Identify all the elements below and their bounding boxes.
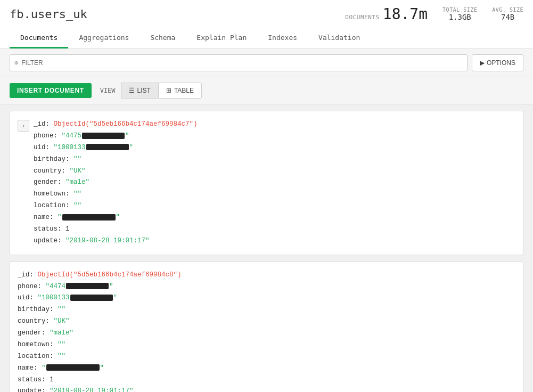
tabs: Documents Aggregations Schema Explain Pl…: [10, 28, 523, 48]
document-content: _id: ObjectId("5d5eb166b4c174aef69984c7"…: [34, 119, 198, 247]
list-icon: ☰: [129, 87, 135, 94]
field-country: country: "UK": [18, 316, 182, 328]
field-status: status: 1: [18, 374, 182, 386]
list-view-button[interactable]: ☰ LIST: [121, 83, 158, 99]
tab-aggregations[interactable]: Aggregations: [68, 28, 140, 48]
documents-value: 18.7m: [383, 5, 428, 23]
field-birthday: birthday: "": [18, 304, 182, 316]
chevron-right-icon: ▶: [480, 59, 485, 67]
table-view-button[interactable]: ⊞ TABLE: [158, 83, 202, 99]
header-stats: DOCUMENTS 18.7m TOTAL SIZE 1.3GB AVG. SI…: [345, 5, 523, 23]
field-id: _id: ObjectId("5d5eb166b4c174aef69984c7"…: [34, 119, 198, 130]
tab-validation[interactable]: Validation: [308, 28, 371, 48]
field-name: name: "": [18, 363, 182, 374]
avg-size-label: AVG. SIZE: [492, 7, 523, 13]
tab-indexes[interactable]: Indexes: [257, 28, 308, 48]
field-name: name: "": [34, 212, 198, 224]
field-status: status: 1: [34, 224, 198, 235]
field-location: location: "": [34, 200, 198, 212]
options-button[interactable]: ▶ OPTIONS: [472, 54, 523, 71]
filter-bar: ⊕ FILTER: [10, 54, 468, 71]
avg-size-stat: AVG. SIZE 74B: [492, 7, 523, 21]
filter-input[interactable]: [46, 59, 463, 67]
total-size-label: TOTAL SIZE: [442, 7, 477, 13]
field-gender: gender: "male": [34, 177, 198, 189]
total-size-stat: TOTAL SIZE 1.3GB: [442, 7, 477, 21]
app-container: fb.users_uk DOCUMENTS 18.7m TOTAL SIZE 1…: [0, 0, 533, 392]
tab-explain-plan[interactable]: Explain Plan: [186, 28, 257, 48]
documents-stat: DOCUMENTS 18.7m: [345, 5, 428, 23]
document-row: _id: ObjectId("5d5eb166b4c174aef69984c8"…: [18, 270, 514, 392]
field-uid: uid: "1000133": [34, 142, 198, 154]
document-card: _id: ObjectId("5d5eb166b4c174aef69984c8"…: [10, 262, 523, 392]
documents-label: DOCUMENTS: [345, 14, 380, 21]
field-hometown: hometown: "": [18, 339, 182, 351]
field-id: _id: ObjectId("5d5eb166b4c174aef69984c8"…: [18, 270, 182, 281]
insert-document-button[interactable]: INSERT DOCUMENT: [10, 83, 92, 98]
filter-toolbar: ⊕ FILTER ▶ OPTIONS: [0, 49, 533, 77]
field-country: country: "UK": [34, 166, 198, 177]
field-update: update: "2019-08-28 19:01:17": [18, 386, 182, 392]
view-toggle: ☰ LIST ⊞ TABLE: [121, 83, 202, 99]
avg-size-value: 74B: [492, 13, 523, 21]
documents-area: › _id: ObjectId("5d5eb166b4c174aef69984c…: [0, 104, 533, 392]
field-phone: phone: "4475": [34, 130, 198, 142]
tab-schema[interactable]: Schema: [140, 28, 186, 48]
options-label: OPTIONS: [487, 59, 515, 67]
field-location: location: "": [18, 351, 182, 363]
db-title: fb.users_uk: [10, 7, 87, 21]
document-row: › _id: ObjectId("5d5eb166b4c174aef69984c…: [18, 119, 514, 247]
field-phone: phone: "4474": [18, 281, 182, 293]
filter-icon: ⊕: [14, 59, 18, 67]
filter-label: FILTER: [21, 59, 43, 67]
header: fb.users_uk DOCUMENTS 18.7m TOTAL SIZE 1…: [0, 0, 533, 49]
total-size-value: 1.3GB: [442, 13, 477, 21]
document-card: › _id: ObjectId("5d5eb166b4c174aef69984c…: [10, 111, 523, 255]
document-content: _id: ObjectId("5d5eb166b4c174aef69984c8"…: [18, 270, 182, 392]
header-top: fb.users_uk DOCUMENTS 18.7m TOTAL SIZE 1…: [10, 5, 523, 27]
action-bar: INSERT DOCUMENT VIEW ☰ LIST ⊞ TABLE: [0, 77, 533, 104]
table-icon: ⊞: [166, 87, 171, 94]
field-update: update: "2019-08-28 19:01:17": [34, 235, 198, 247]
expand-button[interactable]: ›: [18, 120, 29, 132]
field-hometown: hometown: "": [34, 189, 198, 200]
field-gender: gender: "male": [18, 328, 182, 339]
tab-documents[interactable]: Documents: [10, 28, 68, 48]
field-birthday: birthday: "": [34, 154, 198, 166]
field-uid: uid: "1000133": [18, 292, 182, 304]
table-label: TABLE: [174, 87, 194, 94]
view-label: VIEW: [100, 87, 116, 94]
list-label: LIST: [137, 87, 151, 94]
